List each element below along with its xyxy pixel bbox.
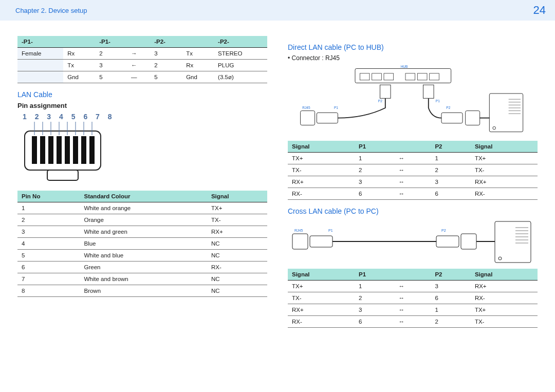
column-header: P2 xyxy=(431,269,470,281)
right-column: Direct LAN cable (PC to HUB) Connector :… xyxy=(288,36,538,328)
cross-lan-heading: Cross LAN cable (PC to PC) xyxy=(288,207,538,215)
hub-p1-label: P1 xyxy=(436,99,440,103)
cross-lan-table: SignalP1P2Signal TX+1↔3RX+TX-2↔6RX-RX+3↔… xyxy=(288,269,538,328)
cell: 6 xyxy=(17,262,80,273)
svg-rect-4 xyxy=(48,136,53,164)
svg-rect-40 xyxy=(310,236,332,247)
cell: 6 xyxy=(355,316,394,328)
cell: White and brown xyxy=(80,273,207,285)
p2-label-right: P2 xyxy=(446,106,450,109)
cell: TX+ xyxy=(288,281,355,292)
svg-rect-23 xyxy=(417,73,427,80)
cell: TX+ xyxy=(288,153,355,164)
cell: Rx xyxy=(182,60,214,71)
table-row: 3White and greenRX+ xyxy=(17,226,267,238)
table-row: RX+3↔1TX+ xyxy=(288,304,538,316)
table-row: Gnd5—5Gnd(3.5ø) xyxy=(17,71,267,83)
cell: 2 xyxy=(355,292,394,304)
svg-rect-30 xyxy=(466,111,480,125)
cell: RX+ xyxy=(207,226,267,238)
cell: 8 xyxy=(17,285,80,297)
column-header: P1 xyxy=(355,141,394,153)
cross-p2-label: P2 xyxy=(441,229,446,232)
cell: ↔ xyxy=(395,316,431,328)
cell: RX+ xyxy=(288,176,355,188)
cell: ↔ xyxy=(395,153,431,164)
page-content: -P1--P1--P2--P2- FemaleRx2→3TxSTEREOTx3←… xyxy=(0,21,555,343)
column-header: -P2- xyxy=(150,36,182,48)
cell: Blue xyxy=(80,238,207,250)
column-header: -P1- xyxy=(17,36,63,48)
cell: 2 xyxy=(17,214,80,226)
page-header: Chapter 2. Device setup 24 xyxy=(0,0,555,21)
cell: 2 xyxy=(431,316,470,328)
hub-label: HUB xyxy=(401,65,408,68)
pin-assignment-table: Pin NoStandard ColourSignal 1White and o… xyxy=(17,191,267,297)
svg-rect-19 xyxy=(360,73,369,80)
column-header xyxy=(127,36,150,48)
cell: 1 xyxy=(17,202,80,214)
svg-rect-24 xyxy=(430,73,439,80)
cell: 5 xyxy=(95,71,127,83)
cross-rj45-label: RJ45 xyxy=(294,229,303,232)
table-row: 5White and blueNC xyxy=(17,250,267,262)
column-header: Signal xyxy=(471,141,538,153)
cell: → xyxy=(127,48,150,60)
cell: Orange xyxy=(80,214,207,226)
cell: PLUG xyxy=(214,60,267,71)
cell: (3.5ø) xyxy=(214,71,267,83)
cell: 7 xyxy=(17,273,80,285)
table-row: TX-2↔2TX- xyxy=(288,164,538,176)
cell: STEREO xyxy=(214,48,267,60)
cell: 5 xyxy=(17,250,80,262)
cell: 6 xyxy=(355,188,394,200)
svg-rect-20 xyxy=(372,73,382,80)
cell: White and blue xyxy=(80,250,207,262)
svg-rect-39 xyxy=(292,234,308,249)
cell: 3 xyxy=(355,176,394,188)
cell: RX- xyxy=(207,262,267,273)
column-header: Signal xyxy=(288,141,355,153)
svg-rect-28 xyxy=(317,113,338,123)
left-column: -P1--P1--P2--P2- FemaleRx2→3TxSTEREOTx3←… xyxy=(17,36,267,328)
connector-note: Connector : RJ45 xyxy=(288,54,538,62)
cell: 2 xyxy=(431,164,470,176)
cell: 6 xyxy=(431,292,470,304)
cell: 3 xyxy=(95,60,127,71)
page-number: 24 xyxy=(533,4,546,17)
svg-rect-2 xyxy=(32,136,37,164)
cell: 1 xyxy=(355,281,394,292)
svg-rect-3 xyxy=(40,136,45,164)
cell: RX+ xyxy=(288,304,355,316)
cell: Gnd xyxy=(63,71,95,83)
cell: TX- xyxy=(288,164,355,176)
table-row: 2OrangeTX- xyxy=(17,214,267,226)
column-header: -P1- xyxy=(95,36,127,48)
svg-rect-29 xyxy=(441,113,462,123)
svg-rect-1 xyxy=(47,170,78,180)
pin-numbers: 1 2 3 4 5 6 7 8 xyxy=(23,113,267,121)
cell: Rx xyxy=(63,48,95,60)
svg-point-38 xyxy=(493,126,496,129)
cell: 2 xyxy=(95,48,127,60)
cell: RX+ xyxy=(471,281,538,292)
cell: 3 xyxy=(17,226,80,238)
stereo-plug-table: -P1--P1--P2--P2- FemaleRx2→3TxSTEREOTx3←… xyxy=(17,36,267,83)
cell: 1 xyxy=(431,153,470,164)
p1-label-left: P1 xyxy=(334,106,338,109)
table-row: RX-6↔2TX- xyxy=(288,316,538,328)
cell: ↔ xyxy=(395,304,431,316)
cell: NC xyxy=(207,285,267,297)
table-row: TX+1↔3RX+ xyxy=(288,281,538,292)
cell: RX- xyxy=(471,292,538,304)
column-header: P2 xyxy=(431,141,470,153)
column-header xyxy=(395,141,431,153)
cell: 2 xyxy=(355,164,394,176)
cell: 3 xyxy=(150,48,182,60)
table-row: TX-2↔6RX- xyxy=(288,292,538,304)
direct-lan-diagram: HUB P2 P1 RJ45 P1 P2 xyxy=(288,65,538,137)
cell: TX- xyxy=(207,214,267,226)
column-header xyxy=(395,269,431,281)
cell: 5 xyxy=(150,71,182,83)
table-row: TX+1↔1TX+ xyxy=(288,153,538,164)
